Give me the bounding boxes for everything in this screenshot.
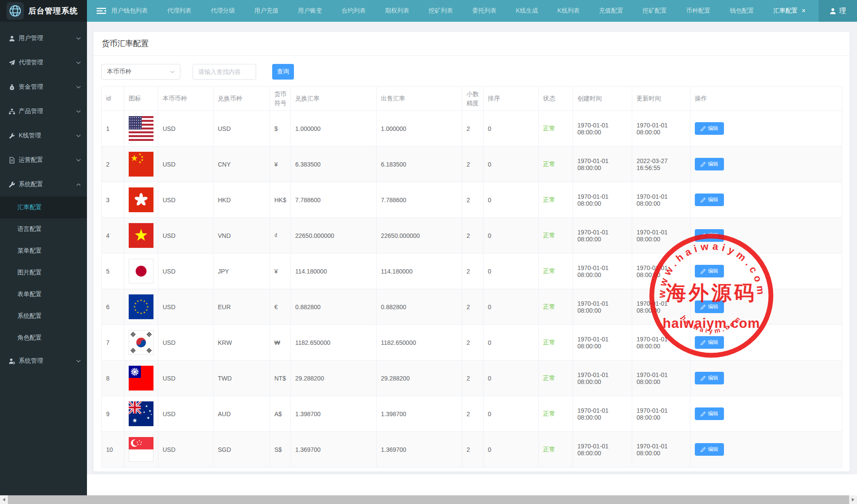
scrollbar-thumb[interactable] <box>8 495 849 504</box>
edit-button[interactable]: 编辑 <box>695 300 724 313</box>
currency-type-select-value: 本币币种 <box>107 68 131 76</box>
scroll-right-arrow-icon[interactable] <box>849 495 857 504</box>
nav-tab[interactable]: K线列表 <box>557 7 580 15</box>
cell-created-time: 1970-01-01 08:00:00 <box>573 182 632 218</box>
sidebar-subitem-表单配置[interactable]: 表单配置 <box>0 284 87 305</box>
sidebar-item-label: 资金管理 <box>19 83 76 91</box>
cell-symbol: NT$ <box>270 360 291 396</box>
pencil-icon <box>700 269 706 274</box>
sidebar-toggle-icon[interactable] <box>97 7 106 14</box>
tab-close-icon[interactable]: × <box>801 7 805 14</box>
cell-base-currency: USD <box>158 396 213 432</box>
cell-actions: 编辑 <box>690 432 842 467</box>
vn-flag <box>129 223 156 248</box>
cell-updated-time: 1970-01-01 08:00:00 <box>632 254 690 289</box>
user-menu[interactable]: 理 <box>819 0 857 22</box>
cell-symbol: ₫ <box>270 218 291 254</box>
cell-sort: 0 <box>484 289 539 325</box>
cell-updated-time: 1970-01-01 08:00:00 <box>632 432 690 467</box>
sidebar-item-系统管理[interactable]: 系统管理 <box>0 349 87 373</box>
cell-exchange-rate: 114.180000 <box>291 254 377 289</box>
edit-button[interactable]: 编辑 <box>695 265 724 277</box>
sidebar-subitem-角色配置[interactable]: 角色配置 <box>0 327 87 349</box>
nav-tab[interactable]: 币种配置 <box>686 7 710 15</box>
sidebar-subitem-语言配置[interactable]: 语言配置 <box>0 218 87 240</box>
sidebar-item-用户管理[interactable]: 用户管理 <box>0 26 87 50</box>
edit-button[interactable]: 编辑 <box>695 229 724 242</box>
cell-created-time: 1970-01-01 08:00:00 <box>573 360 632 396</box>
sidebar-item-运营配置[interactable]: 运营配置 <box>0 148 87 172</box>
cell-actions: 编辑 <box>690 218 842 254</box>
nav-tab[interactable]: 用户充值 <box>254 7 279 15</box>
status-badge: 正常 <box>543 160 555 167</box>
cell-exchange-rate: 7.788600 <box>291 182 377 218</box>
cell-sell-rate: 0.882800 <box>377 289 462 325</box>
cell-status: 正常 <box>539 360 573 396</box>
logo-area: 后台管理系统 <box>0 0 87 22</box>
edit-button-label: 编辑 <box>708 446 718 453</box>
nav-tab[interactable]: 充值配置 <box>599 7 623 15</box>
sidebar-item-label: 代理管理 <box>19 59 76 67</box>
scroll-left-arrow-icon[interactable] <box>0 495 8 504</box>
nav-tab[interactable]: K线生成 <box>516 7 538 15</box>
nav-tab[interactable]: 用户账变 <box>298 7 322 15</box>
sidebar-subitem-图片配置[interactable]: 图片配置 <box>0 262 87 284</box>
chevron-down-icon <box>76 110 81 113</box>
edit-button[interactable]: 编辑 <box>695 372 724 384</box>
currency-type-select[interactable]: 本币币种 <box>101 64 180 80</box>
nav-tab-label: 用户账变 <box>298 7 322 15</box>
nav-tab[interactable]: 挖矿列表 <box>429 7 453 15</box>
cell-created-time: 1970-01-01 08:00:00 <box>573 289 632 325</box>
sidebar-subitem-系统配置[interactable]: 系统配置 <box>0 305 87 327</box>
sidebar-item-label: 系统管理 <box>19 357 76 365</box>
cell-precision: 2 <box>462 147 484 182</box>
cell-exchange-rate: 1.369700 <box>291 432 377 467</box>
column-header-图标: 图标 <box>124 87 158 111</box>
cell-status: 正常 <box>539 147 573 182</box>
sidebar-subitem-汇率配置[interactable]: 汇率配置 <box>0 197 87 218</box>
nav-tab[interactable]: 委托列表 <box>472 7 497 15</box>
cell-symbol: S$ <box>270 432 291 467</box>
nav-tab-label: 代理分级 <box>211 7 235 15</box>
nav-tab[interactable]: 代理列表 <box>167 7 191 15</box>
edit-button[interactable]: 编辑 <box>695 158 724 170</box>
edit-button-label: 编辑 <box>708 232 718 239</box>
edit-button[interactable]: 编辑 <box>695 336 724 349</box>
search-input[interactable] <box>193 64 256 80</box>
cell-precision: 2 <box>462 289 484 325</box>
sidebar-item-产品管理[interactable]: 产品管理 <box>0 99 87 123</box>
nav-tab[interactable]: 代理分级 <box>211 7 235 15</box>
cell-quote-currency: HKD <box>213 182 270 218</box>
cell-quote-currency: CNY <box>213 147 270 182</box>
sidebar-item-代理管理[interactable]: 代理管理 <box>0 50 87 75</box>
edit-button-label: 编辑 <box>708 303 718 310</box>
cell-sort: 0 <box>484 325 539 360</box>
cell-quote-currency: USD <box>213 111 270 147</box>
paper-plane-icon <box>9 60 16 66</box>
cell-flag <box>124 325 158 360</box>
cell-id: 8 <box>102 360 124 396</box>
nav-tab[interactable]: 汇率配置× <box>773 7 805 15</box>
horizontal-scrollbar[interactable] <box>0 495 857 504</box>
sidebar-subitem-菜单配置[interactable]: 菜单配置 <box>0 240 87 262</box>
nav-tab[interactable]: 挖矿配置 <box>643 7 667 15</box>
chevron-down-icon <box>76 61 81 64</box>
query-button[interactable]: 查询 <box>272 64 294 80</box>
cell-sort: 0 <box>484 147 539 182</box>
sidebar-item-资金管理[interactable]: ¥资金管理 <box>0 75 87 99</box>
edit-button[interactable]: 编辑 <box>695 407 724 420</box>
user-icon <box>9 35 16 42</box>
edit-button[interactable]: 编辑 <box>695 194 724 206</box>
nav-tab[interactable]: 钱包配置 <box>730 7 754 15</box>
nav-tab[interactable]: 期权列表 <box>385 7 410 15</box>
edit-button[interactable]: 编辑 <box>695 443 724 456</box>
edit-button[interactable]: 编辑 <box>695 122 724 135</box>
sitemap-icon <box>9 108 16 115</box>
sidebar-item-K线管理[interactable]: K线管理 <box>0 123 87 148</box>
nav-tab[interactable]: 用户钱包列表 <box>111 7 148 15</box>
sidebar-item-系统配置[interactable]: 系统配置 <box>0 172 87 197</box>
cell-quote-currency: VND <box>213 218 270 254</box>
nav-tab[interactable]: 合约列表 <box>341 7 366 15</box>
cell-created-time: 1970-01-01 08:00:00 <box>573 147 632 182</box>
table-row: 8USDTWDNT$29.28820029.28820020正常1970-01-… <box>102 360 842 396</box>
